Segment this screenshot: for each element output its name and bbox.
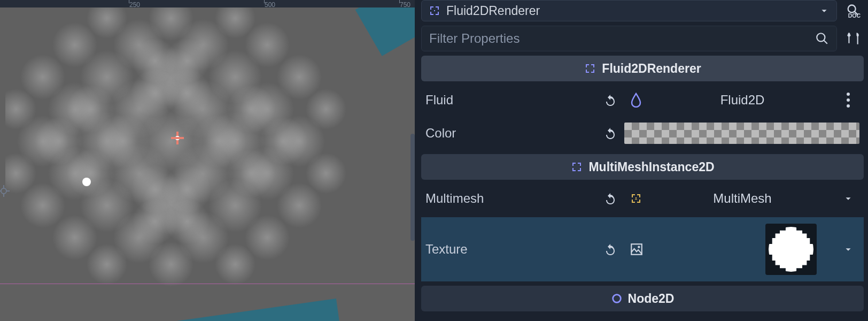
viewport-2d[interactable]: 250 500 750 [0, 0, 415, 321]
svg-point-62 [638, 246, 640, 248]
svg-point-51 [35, 117, 83, 165]
search-icon [815, 32, 829, 45]
svg-point-36 [215, 244, 255, 285]
chevron-down-icon [818, 5, 830, 17]
property-value-multimesh[interactable]: MultiMesh [624, 191, 859, 206]
revert-icon [604, 127, 617, 140]
svg-point-63 [613, 295, 621, 303]
color-picker-swatch[interactable] [624, 123, 859, 144]
revert-button[interactable] [601, 240, 620, 259]
property-menu-button[interactable] [842, 93, 854, 108]
section-title: MultiMeshInstance2D [588, 160, 714, 174]
svg-point-60 [817, 33, 825, 41]
editor-accent [167, 299, 342, 321]
texture-thumbnail [765, 224, 817, 275]
svg-point-35 [87, 244, 127, 285]
property-fluid[interactable]: Fluid Fluid2D [421, 86, 864, 114]
tools-icon [846, 32, 860, 45]
object-selector[interactable]: Fluid2DRenderer [421, 0, 837, 21]
svg-point-38 [306, 89, 346, 129]
ruler-tick: 500 [265, 1, 275, 9]
svg-point-32 [149, 242, 193, 287]
svg-point-52 [259, 117, 307, 165]
section-header-fluid2drenderer[interactable]: Fluid2DRenderer [421, 56, 864, 81]
inspector-panel: Fluid2DRenderer DOC Fluid2DRenderer Flui… [415, 0, 868, 321]
svg-text:DOC: DOC [848, 12, 861, 18]
filter-properties-bar[interactable] [421, 26, 837, 51]
filter-input[interactable] [429, 31, 810, 46]
property-value-text: MultiMesh [650, 191, 835, 206]
ruler-horizontal: 250 500 750 [0, 0, 415, 7]
svg-point-57 [1, 188, 6, 194]
canvas[interactable] [0, 7, 415, 321]
revert-button[interactable] [601, 90, 620, 110]
property-label: Texture [425, 242, 596, 257]
section-header-multimeshinstance2d[interactable]: MultiMeshInstance2D [421, 154, 864, 180]
image-resource-icon [630, 242, 644, 256]
node-icon [428, 4, 441, 17]
revert-icon [604, 243, 617, 256]
property-label: Fluid [425, 93, 596, 108]
ruler-tick: 250 [129, 1, 140, 9]
property-color[interactable]: Color [421, 119, 864, 148]
property-value-fluid[interactable]: Fluid2D [624, 93, 859, 108]
section-title: Fluid2DRenderer [602, 62, 701, 76]
section-header-node2d[interactable]: Node2D [421, 286, 864, 311]
revert-button[interactable] [601, 189, 620, 208]
svg-point-40 [306, 153, 346, 194]
guide-line [0, 284, 415, 284]
section-title: Node2D [628, 292, 675, 306]
node-origin-marker[interactable] [82, 178, 91, 186]
property-value-texture[interactable] [624, 224, 859, 275]
property-value-text: Fluid2D [650, 93, 835, 108]
open-docs-button[interactable]: DOC [842, 0, 864, 21]
droplet-icon [630, 93, 642, 108]
anchor-gizmo[interactable] [0, 185, 10, 197]
node-icon [570, 160, 583, 173]
docs-icon: DOC [846, 3, 861, 18]
ruler-tick: 750 [400, 1, 410, 9]
node-icon [584, 62, 596, 75]
revert-icon [604, 192, 617, 205]
scrollbar-vertical[interactable] [410, 134, 415, 241]
revert-button[interactable] [601, 124, 620, 143]
property-label: Color [425, 126, 596, 141]
multimesh-icon [630, 192, 642, 205]
revert-icon [604, 94, 617, 106]
chevron-down-icon [842, 193, 854, 204]
svg-point-56 [165, 199, 210, 244]
node-pivot-gizmo[interactable] [171, 132, 184, 144]
node2d-icon [611, 293, 623, 304]
fluid-particles-preview [5, 0, 353, 296]
object-selector-label: Fluid2DRenderer [446, 4, 540, 18]
property-texture[interactable]: Texture [421, 217, 864, 281]
chevron-down-icon [842, 243, 854, 255]
tools-menu-button[interactable] [842, 28, 864, 49]
property-label: Multimesh [425, 191, 596, 206]
property-multimesh[interactable]: Multimesh MultiMesh [421, 184, 864, 213]
svg-point-54 [165, 39, 210, 83]
